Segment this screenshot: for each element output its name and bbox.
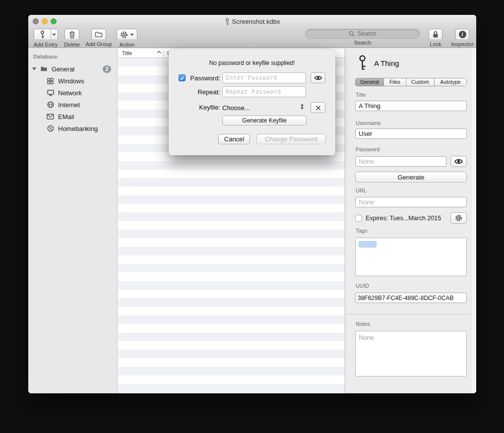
action-label: Action [116, 42, 138, 48]
add-group-button[interactable]: Add Group [83, 29, 115, 47]
sidebar-item-label: Windows [58, 77, 84, 85]
sidebar-item-label: Network [58, 89, 82, 97]
repeat-password-input[interactable] [222, 86, 306, 97]
sidebar-item-email[interactable]: EMail [28, 111, 117, 123]
chevron-down-icon [52, 34, 56, 36]
search-icon [349, 31, 355, 37]
entry-count-badge: 2 [103, 65, 111, 73]
minimize-button[interactable] [42, 18, 48, 24]
tab-custom[interactable]: Custom [406, 78, 435, 86]
keyfile-popup[interactable]: Choose... [222, 102, 307, 113]
password-label: Password: [188, 74, 220, 82]
sidebar-item-network[interactable]: Network [28, 87, 117, 99]
show-password-button[interactable] [311, 72, 325, 83]
sidebar-item-general[interactable]: General 2 [28, 63, 117, 75]
tags-box[interactable] [355, 238, 467, 276]
network-monitor-icon [46, 89, 55, 97]
url-field-label: URL [356, 187, 367, 193]
inspector-scrollbar[interactable] [471, 49, 476, 393]
expires-settings-button[interactable] [450, 212, 467, 224]
notes-placeholder: None [359, 334, 374, 341]
window-title: Screenshot.kdbx [232, 18, 280, 25]
url-field[interactable] [355, 197, 467, 207]
gear-icon [120, 31, 128, 39]
password-input[interactable] [222, 72, 306, 83]
search-area: Search Search [304, 29, 421, 46]
inspector-button[interactable]: Inspector [448, 29, 476, 47]
document-proxy-key-icon [225, 18, 230, 25]
search-placeholder: Search [357, 30, 376, 37]
tags-label: Tags [356, 228, 367, 234]
sidebar-item-label: General [52, 65, 74, 73]
inspector-tabs: General Files Custom Autotype [355, 78, 467, 86]
desktop: { "window": { "title": "Screenshot.kdbx"… [0, 0, 504, 433]
add-entry-button[interactable]: Add Entry [31, 29, 60, 48]
inspector-label: Inspector [448, 41, 476, 47]
sidebar-item-label: EMail [58, 113, 74, 121]
uuid-field[interactable] [355, 293, 467, 303]
tab-files[interactable]: Files [384, 78, 406, 86]
tab-autotype[interactable]: Autotype [435, 78, 466, 86]
check-icon [180, 76, 185, 80]
cancel-button[interactable]: Cancel [218, 134, 250, 144]
window-title-area: Screenshot.kdbx [88, 15, 417, 28]
app-window: Screenshot.kdbx Add Entry [28, 15, 476, 393]
inspector-divider [345, 314, 476, 314]
sidebar-item-label: Internet [58, 101, 80, 109]
column-header-title[interactable]: Title [118, 49, 164, 58]
sidebar-section-header: Database [33, 54, 58, 60]
search-label: Search [304, 40, 421, 46]
zoom-button[interactable] [51, 18, 57, 24]
chevron-down-icon [130, 34, 134, 36]
repeat-label: Repeat: [188, 88, 220, 96]
sidebar-item-label: Homebanking [58, 125, 98, 132]
password-field-label: Password [356, 146, 379, 152]
expires-checkbox[interactable] [355, 215, 362, 222]
windows-grid-icon [46, 77, 55, 85]
envelope-icon [46, 113, 55, 121]
inspector-panel: A Thing General Files Custom Autotype Ti… [345, 49, 476, 393]
title-field[interactable] [355, 101, 467, 111]
action-button[interactable]: Action [116, 29, 138, 48]
entry-title: A Thing [374, 59, 399, 67]
delete-label: Delete [62, 42, 82, 48]
close-button[interactable] [33, 18, 39, 24]
eye-icon [314, 75, 322, 81]
percent-coin-icon [46, 124, 55, 132]
password-checkbox[interactable] [179, 74, 186, 81]
search-input[interactable]: Search [305, 29, 420, 39]
lock-button[interactable]: Lock [425, 29, 446, 47]
username-field[interactable] [355, 128, 467, 139]
generate-password-button[interactable]: Generate [355, 172, 467, 183]
gear-icon [455, 214, 462, 222]
info-icon [459, 31, 466, 38]
username-field-label: Username [356, 120, 381, 126]
password-field[interactable] [355, 156, 446, 167]
eye-icon [454, 158, 463, 165]
sidebar-item-internet[interactable]: Internet [28, 99, 117, 111]
x-icon [315, 105, 321, 111]
clear-keyfile-button[interactable] [311, 102, 325, 113]
sheet-message: No password or keyfile supplied! [169, 60, 335, 66]
delete-button[interactable]: Delete [62, 29, 82, 48]
add-entry-key-icon [34, 29, 51, 40]
window-chrome: Screenshot.kdbx Add Entry [28, 15, 476, 48]
sort-ascending-icon [157, 51, 161, 54]
change-password-button[interactable]: Change Password [256, 134, 326, 144]
add-entry-dropdown[interactable] [51, 29, 58, 40]
sidebar-item-windows[interactable]: Windows [28, 75, 117, 87]
notes-box[interactable]: None [355, 331, 467, 376]
disclosure-triangle-icon[interactable] [32, 67, 36, 70]
change-password-sheet: No password or keyfile supplied! Passwor… [169, 50, 335, 155]
add-group-folder-icon [91, 29, 106, 40]
notes-label: Notes [356, 321, 370, 327]
sidebar-item-homebanking[interactable]: Homebanking [28, 123, 117, 134]
globe-icon [46, 101, 55, 109]
add-group-label: Add Group [83, 41, 115, 47]
generate-keyfile-button[interactable]: Generate Keyfile [222, 116, 307, 125]
tag-chip[interactable] [359, 241, 377, 247]
add-entry-label: Add Entry [31, 42, 60, 48]
popup-stepper-icon [301, 104, 304, 110]
reveal-password-button[interactable] [450, 156, 467, 167]
tab-general[interactable]: General [356, 78, 384, 86]
